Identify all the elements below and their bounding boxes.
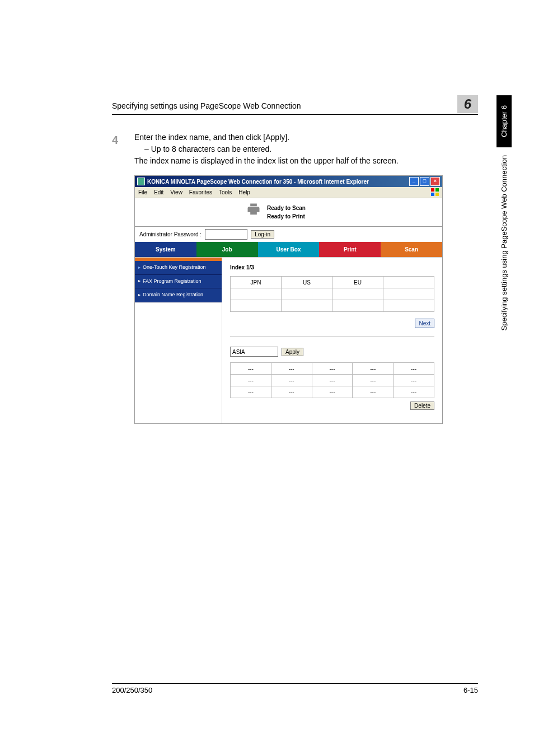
menu-tools[interactable]: Tools <box>219 188 232 197</box>
tab-row: System Job User Box Print Scan <box>135 242 442 257</box>
table-cell: --- <box>353 386 394 398</box>
index-label: Index 1/3 <box>230 263 434 272</box>
window-minimize-button[interactable]: _ <box>409 177 419 186</box>
ie-menubar: File Edit View Favorites Tools Help <box>135 187 442 198</box>
table-cell: --- <box>353 363 394 375</box>
nav-one-touch[interactable]: One-Touch Key Registration <box>135 261 222 275</box>
menu-help[interactable]: Help <box>238 188 250 197</box>
table-cell: --- <box>231 375 271 386</box>
index-table: JPN US EU <box>230 276 434 312</box>
table-cell: --- <box>394 363 434 375</box>
step-note: The index name is displayed in the index… <box>134 155 478 167</box>
step-text: Enter the index name, and then click [Ap… <box>134 132 478 143</box>
chapter-number-box: 6 <box>457 95 478 113</box>
table-cell: --- <box>271 363 312 375</box>
table-cell: --- <box>231 386 271 398</box>
tab-system[interactable]: System <box>135 242 196 257</box>
table-cell: --- <box>394 386 434 398</box>
status-line-scan: Ready to Scan <box>267 204 306 212</box>
step-bullet: Up to 8 characters can be entered. <box>151 144 272 153</box>
ie-app-icon <box>137 178 145 185</box>
ie-title-text: KONICA MINOLTA PageScope Web Connection … <box>147 178 369 186</box>
next-button[interactable]: Next <box>415 319 434 328</box>
admin-password-label: Administrator Password : <box>139 230 202 239</box>
table-cell: --- <box>312 363 353 375</box>
lower-table: --- --- --- --- --- --- --- --- --- <box>230 362 434 398</box>
index-cell[interactable]: US <box>282 277 332 288</box>
right-side-label: Chapter 6 Specifying settings using Page… <box>496 95 512 331</box>
table-cell: --- <box>271 375 312 386</box>
index-name-input[interactable] <box>230 347 278 357</box>
windows-flag-icon <box>431 188 439 196</box>
index-cell[interactable]: JPN <box>231 277 282 288</box>
window-close-button[interactable]: × <box>430 177 440 186</box>
status-area: Ready to Scan Ready to Print <box>135 198 442 227</box>
delete-button[interactable]: Delete <box>410 402 434 410</box>
header-title: Specifying settings using PageScope Web … <box>112 101 301 110</box>
ie-titlebar: KONICA MINOLTA PageScope Web Connection … <box>135 176 442 187</box>
table-cell: --- <box>394 375 434 386</box>
index-cell[interactable] <box>383 277 434 288</box>
chapter-tab: Chapter 6 <box>496 95 512 147</box>
tab-job[interactable]: Job <box>196 242 258 257</box>
tab-scan[interactable]: Scan <box>381 242 442 257</box>
content-panel: Index 1/3 JPN US EU Ne <box>222 258 442 423</box>
tab-print[interactable]: Print <box>319 242 381 257</box>
nav-domain-name[interactable]: Domain Name Registration <box>135 288 222 302</box>
step-number: 4 <box>112 132 123 167</box>
page-footer: 200/250/350 6-15 <box>112 683 478 694</box>
admin-password-input[interactable] <box>205 229 247 240</box>
table-cell: --- <box>312 375 353 386</box>
side-nav: One-Touch Key Registration FAX Program R… <box>135 258 222 423</box>
menu-view[interactable]: View <box>170 188 182 197</box>
menu-file[interactable]: File <box>138 188 147 197</box>
window-maximize-button[interactable]: □ <box>420 177 429 186</box>
printer-icon <box>246 202 261 223</box>
login-button[interactable]: Log-in <box>251 230 274 239</box>
menu-favorites[interactable]: Favorites <box>189 188 212 197</box>
footer-page-num: 6-15 <box>463 686 478 694</box>
table-cell: --- <box>271 386 312 398</box>
footer-model: 200/250/350 <box>112 686 152 694</box>
table-cell: --- <box>231 363 271 375</box>
menu-edit[interactable]: Edit <box>154 188 163 197</box>
section-side-label: Specifying settings using PageScope Web … <box>500 155 508 330</box>
table-cell: --- <box>312 386 353 398</box>
index-cell[interactable]: EU <box>332 277 383 288</box>
tab-userbox[interactable]: User Box <box>258 242 320 257</box>
table-cell: --- <box>353 375 394 386</box>
nav-fax-program[interactable]: FAX Program Registration <box>135 275 222 289</box>
browser-screenshot: KONICA MINOLTA PageScope Web Connection … <box>134 175 443 424</box>
apply-button[interactable]: Apply <box>282 348 303 356</box>
page-header: Specifying settings using PageScope Web … <box>112 95 478 115</box>
status-line-print: Ready to Print <box>267 212 306 221</box>
body-content: 4 Enter the index name, and then click [… <box>112 132 478 424</box>
